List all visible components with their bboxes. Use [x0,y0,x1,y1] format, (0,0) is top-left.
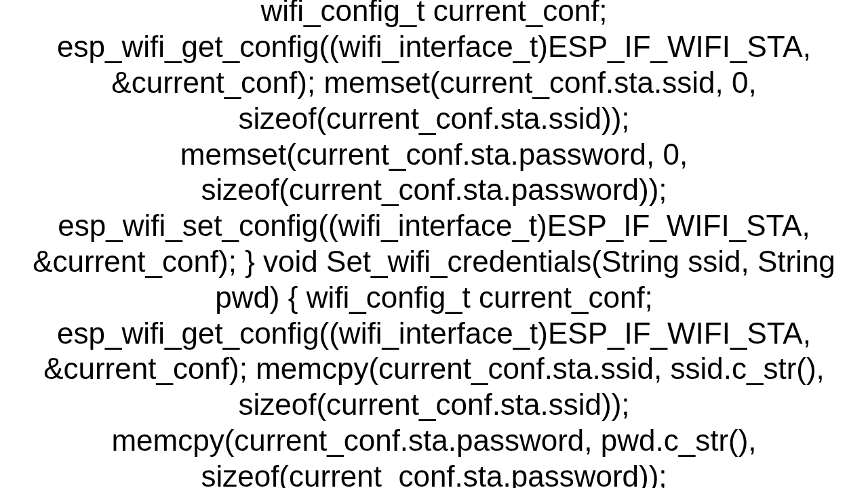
code-snippet: wifi_config_t current_conf; esp_wifi_get… [0,0,868,488]
code-text: wifi_config_t current_conf; esp_wifi_get… [27,0,841,488]
